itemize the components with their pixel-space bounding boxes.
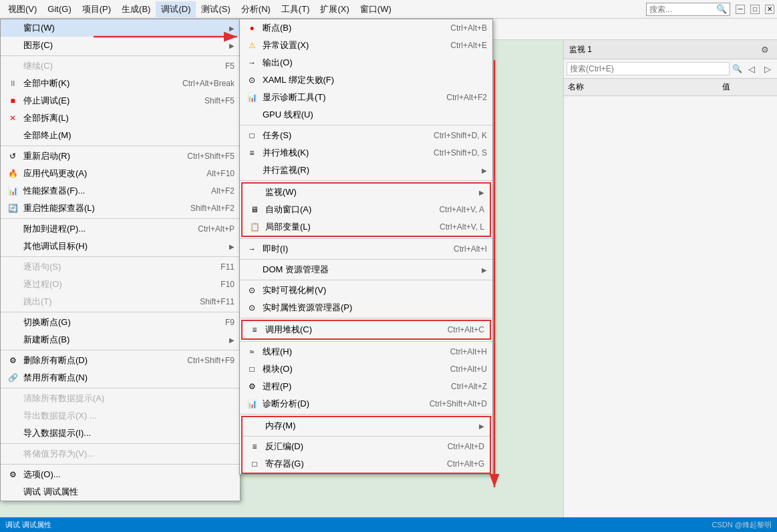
menu-item-diagnostic-analysis[interactable]: 📊 诊断分析(D) Ctrl+Shift+Alt+D bbox=[240, 395, 492, 413]
gpu-threads-label: GPU 线程(U) bbox=[263, 109, 487, 121]
new-bp-label: 新建断点(B) bbox=[23, 334, 226, 346]
menu-item-auto-window[interactable]: 🖥 自动窗口(A) Ctrl+Alt+V, A bbox=[243, 201, 490, 218]
clear-datatips-icon bbox=[6, 392, 19, 405]
separator-r3 bbox=[240, 238, 492, 239]
menu-item-processes[interactable]: ⚙ 进程(P) Ctrl+Alt+Z bbox=[240, 378, 492, 395]
restart-profiler-shortcut: Shift+Alt+F2 bbox=[190, 204, 235, 213]
menu-item-debug-properties[interactable]: 调试 调试属性 bbox=[1, 483, 240, 501]
menu-item-modules[interactable]: □ 模块(O) Ctrl+Alt+U bbox=[240, 360, 492, 378]
memory-label: 内存(M) bbox=[265, 420, 476, 432]
menu-item-tasks[interactable]: □ 任务(S) Ctrl+Shift+D, K bbox=[240, 127, 492, 144]
menu-tools[interactable]: 工具(T) bbox=[276, 1, 315, 17]
watch-settings-button[interactable]: ⚙ bbox=[758, 43, 772, 56]
watch-nav-back[interactable]: ◁ bbox=[745, 62, 758, 75]
menu-view[interactable]: 视图(V) bbox=[3, 1, 42, 17]
menu-item-restart[interactable]: ↺ 重新启动(R) Ctrl+Shift+F5 bbox=[1, 148, 240, 165]
menu-item-dom-explorer[interactable]: DOM 资源管理器 ▶ bbox=[240, 261, 492, 278]
menu-item-import-datatips[interactable]: 导入数据提示(I)... bbox=[1, 425, 240, 442]
menu-item-exception-settings[interactable]: ⚠ 异常设置(X) Ctrl+Alt+E bbox=[240, 37, 492, 54]
menu-item-window[interactable]: 窗口(W) ▶ bbox=[1, 19, 240, 37]
menu-item-xaml-binding[interactable]: ⊙ XAML 绑定失败(F) bbox=[240, 71, 492, 89]
menu-item-new-breakpoint[interactable]: 新建断点(B) ▶ bbox=[1, 331, 240, 348]
gpu-threads-icon bbox=[245, 108, 259, 121]
step-into-shortcut: F11 bbox=[220, 262, 235, 272]
menu-item-restart-profiler[interactable]: 🔄 重启性能探查器(L) Shift+Alt+F2 bbox=[1, 200, 240, 217]
menu-project[interactable]: 项目(P) bbox=[77, 1, 116, 17]
locals-shortcut: Ctrl+Alt+V, L bbox=[440, 222, 484, 232]
menu-item-threads[interactable]: ≈ 线程(H) Ctrl+Alt+H bbox=[240, 343, 492, 360]
immediate-label: 即时(I) bbox=[263, 243, 443, 255]
menu-item-other-targets[interactable]: 其他调试目标(H) ▶ bbox=[1, 238, 240, 255]
minimize-button[interactable]: ─ bbox=[736, 5, 745, 14]
menu-item-continue: 继续(C) F5 bbox=[1, 57, 240, 75]
menu-item-perf-profiler[interactable]: 📊 性能探查器(F)... Alt+F2 bbox=[1, 182, 240, 200]
menu-item-stop-debug[interactable]: ■ 停止调试(E) Shift+F5 bbox=[1, 92, 240, 109]
apply-code-shortcut: Alt+F10 bbox=[206, 169, 235, 178]
menu-build[interactable]: 生成(B) bbox=[116, 1, 156, 17]
toggle-bp-icon bbox=[6, 316, 19, 329]
registers-icon: □ bbox=[248, 457, 261, 471]
delete-all-bp-icon: ⚙ bbox=[6, 354, 19, 367]
menu-item-call-stack[interactable]: ≡ 调用堆栈(C) Ctrl+Alt+C bbox=[243, 321, 490, 338]
menu-item-delete-all-bp[interactable]: ⚙ 删除所有断点(D) Ctrl+Shift+F9 bbox=[1, 352, 240, 369]
separator-2 bbox=[1, 146, 240, 146]
menu-item-output[interactable]: → 输出(O) bbox=[240, 54, 492, 71]
separator-r5 bbox=[240, 280, 492, 280]
menu-item-apply-code[interactable]: 🔥 应用代码更改(A) Alt+F10 bbox=[1, 165, 240, 182]
menu-item-detach-all[interactable]: ✕ 全部拆离(L) bbox=[1, 109, 240, 127]
menu-item-options[interactable]: ⚙ 选项(O)... bbox=[1, 466, 240, 483]
menu-item-break-all[interactable]: ⏸ 全部中断(K) Ctrl+Alt+Break bbox=[1, 75, 240, 92]
window-arrow: ▶ bbox=[229, 25, 235, 32]
menu-git[interactable]: Git(G) bbox=[42, 2, 76, 16]
menu-item-memory[interactable]: 内存(M) ▶ bbox=[243, 417, 490, 435]
menu-window[interactable]: 窗口(W) bbox=[355, 1, 397, 17]
menu-item-registers[interactable]: □ 寄存器(G) Ctrl+Alt+G bbox=[243, 455, 490, 473]
step-out-label: 跳出(T) bbox=[23, 296, 189, 308]
step-over-label: 逐过程(O) bbox=[23, 278, 210, 290]
graphic-icon bbox=[6, 39, 19, 52]
restart-shortcut: Ctrl+Shift+F5 bbox=[187, 152, 235, 161]
watch-search-input[interactable] bbox=[567, 62, 730, 75]
watch-panel: 监视 1 ⚙ 🔍 ◁ ▷ 名称 值 bbox=[563, 40, 777, 532]
menu-item-live-visual-tree[interactable]: ⊙ 实时可视化树(V) bbox=[240, 282, 492, 299]
graphic-label: 图形(C) bbox=[23, 39, 226, 51]
close-button[interactable]: ✕ bbox=[765, 5, 774, 14]
menu-analyze[interactable]: 分析(N) bbox=[236, 1, 276, 17]
menu-item-locals[interactable]: 📋 局部变量(L) Ctrl+Alt+V, L bbox=[243, 218, 490, 236]
exception-label: 异常设置(X) bbox=[263, 39, 440, 51]
menu-test[interactable]: 测试(S) bbox=[196, 1, 235, 17]
menu-item-disable-all-bp[interactable]: 🔗 禁用所有断点(N) bbox=[1, 369, 240, 386]
menu-item-graphic[interactable]: 图形(C) ▶ bbox=[1, 37, 240, 54]
menu-item-attach-process[interactable]: 附加到进程(P)... Ctrl+Alt+P bbox=[1, 220, 240, 238]
menu-item-watch[interactable]: 监视(W) ▶ bbox=[243, 184, 490, 201]
menu-item-toggle-breakpoint[interactable]: 切换断点(G) F9 bbox=[1, 314, 240, 331]
search-box[interactable]: 🔍 bbox=[646, 3, 730, 16]
menu-item-diag-tools[interactable]: 📊 显示诊断工具(T) Ctrl+Alt+F2 bbox=[240, 89, 492, 106]
stop-debug-icon: ■ bbox=[6, 94, 19, 107]
menu-item-gpu-threads[interactable]: GPU 线程(U) bbox=[240, 106, 492, 123]
menu-item-terminate-all[interactable]: 全部终止(M) bbox=[1, 127, 240, 144]
menu-item-live-property-explorer[interactable]: ⊙ 实时属性资源管理器(P) bbox=[240, 299, 492, 316]
toggle-bp-label: 切换断点(G) bbox=[23, 316, 214, 328]
output-icon: → bbox=[245, 56, 259, 69]
search-input[interactable] bbox=[649, 5, 716, 14]
menu-item-disassembly[interactable]: ≡ 反汇编(D) Ctrl+Alt+D bbox=[243, 438, 490, 455]
watch-nav-forward[interactable]: ▷ bbox=[761, 62, 774, 75]
attach-process-icon bbox=[6, 222, 19, 236]
watch-arrow: ▶ bbox=[479, 189, 484, 196]
menu-item-immediate[interactable]: → 即时(I) Ctrl+Alt+I bbox=[240, 240, 492, 258]
menu-debug[interactable]: 调试(D) bbox=[156, 1, 196, 17]
tasks-shortcut: Ctrl+Shift+D, K bbox=[434, 131, 487, 140]
restart-label: 重新启动(R) bbox=[23, 150, 176, 162]
window-label: 窗口(W) bbox=[23, 22, 226, 34]
menu-extensions[interactable]: 扩展(X) bbox=[315, 1, 354, 17]
menu-item-parallel-stacks[interactable]: ≡ 并行堆栈(K) Ctrl+Shift+D, S bbox=[240, 144, 492, 162]
delete-all-bp-shortcut: Ctrl+Shift+F9 bbox=[187, 356, 235, 365]
maximize-button[interactable]: □ bbox=[750, 5, 760, 14]
diagnostic-analysis-icon: 📊 bbox=[245, 397, 259, 411]
menu-item-parallel-watch[interactable]: 并行监视(R) ▶ bbox=[240, 162, 492, 179]
import-datatips-label: 导入数据提示(I)... bbox=[23, 427, 235, 439]
menu-item-breakpoints[interactable]: ● 断点(B) Ctrl+Alt+B bbox=[240, 19, 492, 37]
dom-explorer-label: DOM 资源管理器 bbox=[263, 264, 479, 276]
exception-shortcut: Ctrl+Alt+E bbox=[450, 41, 487, 50]
